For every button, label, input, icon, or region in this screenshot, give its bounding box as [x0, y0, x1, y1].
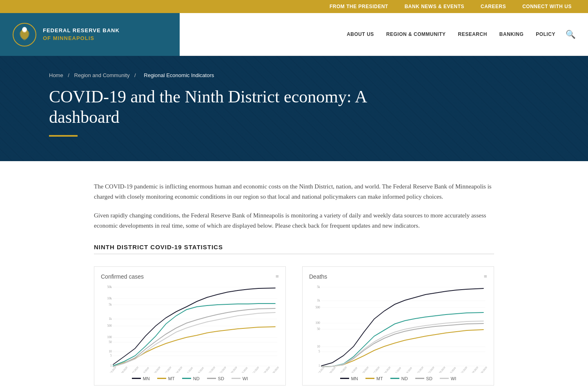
deaths-legend-wi: WI [440, 376, 456, 381]
svg-text:6/12/2020: 6/12/2020 [459, 366, 468, 373]
legend-mn: MN [132, 376, 150, 381]
deaths-mt-label: MT [376, 376, 383, 381]
sd-label: SD [218, 376, 224, 381]
svg-text:4/3/2020: 4/3/2020 [141, 366, 149, 372]
logo-text: FEDERAL RESERVE BANK OF MINNEAPOLIS [43, 27, 120, 42]
nav-research[interactable]: RESEARCH [458, 31, 487, 37]
svg-text:10k: 10k [107, 296, 112, 300]
deaths-mn-label: MN [351, 376, 358, 381]
svg-text:1k: 1k [317, 298, 320, 302]
deaths-sd-label: SD [426, 376, 432, 381]
svg-text:4/24/2020: 4/24/2020 [174, 366, 183, 373]
svg-text:10: 10 [109, 349, 112, 353]
svg-text:4/10/2020: 4/10/2020 [152, 366, 160, 373]
svg-text:4/10/2020: 4/10/2020 [360, 366, 369, 373]
charts-row: Confirmed cases ≡ 50k 10k 5k 1k 500 100 … [94, 266, 494, 386]
svg-text:5k: 5k [317, 285, 320, 289]
breadcrumb-sep1: / [68, 72, 71, 78]
svg-text:1: 1 [318, 363, 320, 368]
svg-text:6/19/2020: 6/19/2020 [262, 366, 270, 373]
eagle-logo-icon [12, 22, 37, 47]
chart-menu-deaths[interactable]: ≡ [484, 273, 487, 280]
svg-text:6/19/2020: 6/19/2020 [470, 366, 479, 373]
cases-legend: MN MT ND SD WI [101, 376, 279, 381]
svg-text:50k: 50k [107, 285, 112, 289]
svg-text:6/26/2020: 6/26/2020 [479, 366, 487, 373]
svg-text:5/29/2020: 5/29/2020 [229, 366, 237, 373]
cases-chart-area: 50k 10k 5k 1k 500 100 50 10 5 1 [101, 283, 279, 373]
deaths-sd-line [415, 378, 424, 379]
svg-text:50: 50 [317, 327, 320, 331]
svg-text:100: 100 [316, 321, 320, 325]
svg-text:5k: 5k [109, 302, 112, 306]
deaths-mt-line [365, 378, 374, 379]
svg-text:1: 1 [110, 363, 112, 368]
breadcrumb: Home / Region and Community / Regional E… [49, 72, 539, 78]
breadcrumb-home[interactable]: Home [49, 72, 63, 78]
chart-menu-cases[interactable]: ≡ [276, 273, 279, 280]
deaths-legend-mt: MT [365, 376, 383, 381]
deaths-mn-line [340, 378, 349, 379]
hero-section: Home / Region and Community / Regional E… [0, 56, 588, 161]
deaths-wi-line [440, 378, 449, 379]
svg-text:100: 100 [107, 335, 112, 339]
nd-label: ND [193, 376, 200, 381]
svg-text:3/27/2020: 3/27/2020 [339, 366, 347, 373]
confirmed-cases-chart: Confirmed cases ≡ 50k 10k 5k 1k 500 100 … [94, 266, 286, 386]
intro-para1: The COVID-19 pandemic is inflicting enor… [94, 182, 494, 202]
bank-news-link[interactable]: BANK NEWS & EVENTS [405, 4, 464, 9]
stats-section-title: NINTH DISTRICT COVID-19 STATISTICS [94, 244, 494, 250]
legend-nd: ND [182, 376, 200, 381]
nav-banking[interactable]: BANKING [499, 31, 524, 37]
svg-text:5/1/2020: 5/1/2020 [185, 366, 193, 372]
deaths-chart: Deaths ≡ 5k 1k 500 100 50 10 5 1 [302, 266, 494, 386]
svg-text:6/12/2020: 6/12/2020 [251, 366, 259, 373]
svg-text:5: 5 [110, 353, 112, 357]
svg-text:500: 500 [107, 324, 112, 328]
svg-text:10: 10 [317, 344, 320, 348]
svg-text:3/20/2020: 3/20/2020 [119, 366, 128, 373]
chart-header-cases: Confirmed cases ≡ [101, 273, 279, 280]
deaths-chart-area: 5k 1k 500 100 50 10 5 1 [309, 283, 487, 373]
svg-text:3/27/2020: 3/27/2020 [130, 366, 139, 373]
svg-text:3/13/2020: 3/13/2020 [316, 366, 325, 373]
deaths-svg: 5k 1k 500 100 50 10 5 1 [309, 283, 487, 373]
nav-policy[interactable]: POLICY [536, 31, 555, 37]
page-title: COVID-19 and the Ninth District economy:… [49, 86, 416, 128]
breadcrumb-region[interactable]: Region and Community [74, 72, 130, 78]
svg-text:3/13/2020: 3/13/2020 [108, 366, 116, 373]
svg-text:5/15/2020: 5/15/2020 [415, 366, 423, 373]
deaths-wi-label: WI [451, 376, 456, 381]
connect-link[interactable]: CONNECT WITH US [522, 4, 572, 9]
cases-svg: 50k 10k 5k 1k 500 100 50 10 5 1 [101, 283, 279, 373]
svg-point-3 [22, 28, 27, 32]
wi-label: WI [243, 376, 248, 381]
careers-link[interactable]: CAREERS [481, 4, 506, 9]
nav-about-us[interactable]: ABOUT US [347, 31, 374, 37]
svg-text:5/22/2020: 5/22/2020 [218, 366, 226, 373]
svg-text:1k: 1k [109, 317, 112, 321]
from-president-link[interactable]: FROM THE PRESIDENT [330, 4, 388, 9]
chart-title-cases: Confirmed cases [101, 273, 144, 280]
legend-wi: WI [232, 376, 248, 381]
deaths-legend: MN MT ND SD WI [309, 376, 487, 381]
svg-text:5/8/2020: 5/8/2020 [196, 366, 204, 372]
svg-text:5/29/2020: 5/29/2020 [437, 366, 445, 373]
search-icon[interactable]: 🔍 [566, 29, 576, 39]
main-nav: ABOUT US REGION & COMMUNITY RESEARCH BAN… [180, 13, 588, 56]
logo-area: FEDERAL RESERVE BANK OF MINNEAPOLIS [0, 13, 180, 56]
top-bar: FROM THE PRESIDENT BANK NEWS & EVENTS CA… [0, 0, 588, 13]
mt-label: MT [168, 376, 175, 381]
svg-text:50: 50 [109, 340, 112, 344]
nav-region-community[interactable]: REGION & COMMUNITY [386, 31, 446, 37]
svg-text:5/15/2020: 5/15/2020 [207, 366, 215, 373]
chart-title-deaths: Deaths [309, 273, 327, 280]
hero-underline [49, 135, 78, 137]
deaths-nd-line [390, 378, 399, 379]
deaths-nd-label: ND [401, 376, 408, 381]
section-divider [94, 254, 494, 254]
svg-text:5/8/2020: 5/8/2020 [405, 366, 412, 372]
svg-text:4/24/2020: 4/24/2020 [382, 366, 391, 373]
mn-label: MN [143, 376, 150, 381]
svg-text:500: 500 [316, 305, 320, 309]
